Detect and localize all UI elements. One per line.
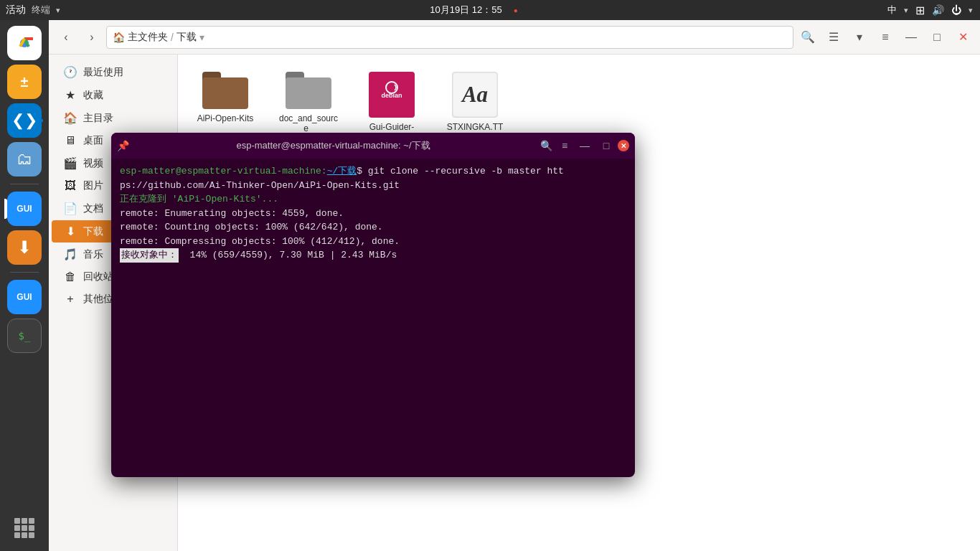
breadcrumb-chevron[interactable]: ▾ [199, 32, 204, 43]
sidebar-label-desktop: 桌面 [83, 134, 103, 147]
power-chevron[interactable]: ▾ [969, 6, 973, 15]
home-icon: 🏠 [63, 111, 77, 125]
activities-label[interactable]: 活动 [6, 4, 26, 17]
recent-icon: 🕐 [63, 65, 77, 79]
breadcrumb-sep: / [171, 32, 174, 43]
topbar-center: 10月19日 12：55 ● [430, 4, 518, 17]
power-icon[interactable]: ⏻ [951, 4, 961, 16]
other-icon: + [63, 293, 77, 306]
downloads-icon: ⬇ [63, 225, 77, 238]
term-wm-left: 📌 [117, 140, 129, 151]
trash-icon: 🗑 [63, 270, 77, 283]
fm-search-button[interactable]: 🔍 [796, 26, 819, 49]
topbar: 活动 终端 ▾ 10月19日 12：55 ● 中 ▾ ⊞ 🔊 ⏻ ▾ [0, 0, 980, 20]
terminal-path: ~/下载 [327, 166, 357, 176]
sidebar-label-music: 音乐 [83, 248, 103, 261]
terminal-recv-progress: 14% (659/4559), 7.30 MiB | 2.43 MiB/s [179, 250, 397, 260]
favorites-icon: ★ [63, 88, 77, 102]
topbar-right: 中 ▾ ⊞ 🔊 ⏻ ▾ [887, 4, 980, 17]
taskbar: ± ❮❯ 🗂 GUI ⬇ GUI $_ [0, 20, 49, 551]
taskbar-gui1[interactable]: GUI [7, 192, 42, 226]
folder-icon-doc [286, 72, 331, 109]
terminal-cmd-cont: ps://github.com/Ai-Thinker-Open/AiPi-Ope… [120, 180, 400, 191]
topbar-left: 活动 终端 ▾ [0, 4, 60, 17]
sidebar-item-favorites[interactable]: ★ 收藏 [52, 84, 174, 106]
breadcrumb-home[interactable]: 🏠 [113, 32, 125, 43]
fm-menu-button[interactable]: ≡ [874, 26, 897, 49]
deb-icon-guiguider: debian [369, 72, 415, 118]
documents-icon: 📄 [63, 202, 77, 215]
taskbar-separator-2 [10, 272, 39, 273]
terminal-close-button[interactable]: ✕ [618, 140, 629, 151]
terminal-cmd: $ git clone --recursive -b master htt [357, 166, 564, 176]
sidebar-item-recent[interactable]: 🕐 最近使用 [52, 61, 174, 83]
file-label-aipiopenkits: AiPi-Open-Kits [197, 113, 254, 123]
taskbar-separator-1 [10, 184, 39, 184]
terminal-cloning-text: 正在克隆到 'AiPi-Open-Kits'... [120, 194, 278, 204]
taskbar-apps-grid[interactable] [7, 511, 42, 545]
fm-minimize-button[interactable]: — [900, 26, 923, 49]
terminal-body[interactable]: esp-matter@espmatter-virtual-machine:~/下… [111, 159, 635, 477]
terminal-line-cloning: 正在克隆到 'AiPi-Open-Kits'... [120, 192, 626, 207]
terminal-titlebar: 📌 esp-matter@espmatter-virtual-machine: … [111, 133, 635, 159]
fm-view-list-button[interactable]: ☰ [822, 26, 845, 49]
sidebar-label-pictures: 图片 [83, 179, 103, 192]
folder-icon-aipiopenkits [202, 72, 248, 109]
input-method-label[interactable]: 中 [887, 4, 897, 17]
terminal-prompt: esp-matter@espmatter-virtual-machine: [120, 166, 327, 176]
terminal-pin-icon[interactable]: 📌 [117, 140, 129, 151]
taskbar-chrome[interactable] [7, 26, 42, 60]
input-method-chevron[interactable]: ▾ [904, 6, 908, 15]
terminal-remote-2: remote: Counting objects: 100% (642/642)… [120, 222, 383, 232]
sidebar-label-favorites: 收藏 [83, 89, 103, 102]
terminal-line-recv: 接收对象中： 14% (659/4559), 7.30 MiB | 2.43 M… [120, 248, 626, 263]
videos-icon: 🎬 [63, 156, 77, 170]
taskbar-files[interactable]: 🗂 [7, 142, 42, 176]
terminal-remote-1: remote: Enumerating objects: 4559, done. [120, 208, 344, 219]
terminal-maximize-button[interactable]: □ [596, 136, 616, 156]
taskbar-download[interactable]: ⬇ [7, 230, 42, 265]
taskbar-terminal[interactable]: $_ [7, 319, 42, 353]
sidebar-label-trash: 回收站 [83, 270, 113, 283]
breadcrumb: 🏠 主文件夹 / 下载 ▾ [106, 26, 793, 49]
sidebar-label-videos: 视频 [83, 157, 103, 170]
term-wm-buttons: 🔍 ≡ — □ ✕ [537, 136, 629, 156]
sidebar-item-home[interactable]: 🏠 主目录 [52, 107, 174, 129]
sidebar-label-documents: 文档 [83, 202, 103, 215]
terminal-menu-icon[interactable]: ≡ [556, 137, 573, 154]
terminal-minimize-button[interactable]: — [575, 136, 595, 156]
fm-close-button[interactable]: ✕ [951, 26, 974, 49]
breadcrumb-downloads-label[interactable]: 下载 [176, 31, 197, 44]
terminal-label[interactable]: 终端 [32, 4, 50, 17]
terminal-chevron[interactable]: ▾ [56, 6, 60, 15]
recording-dot: ● [514, 6, 518, 14]
sidebar-label-downloads: 下载 [83, 225, 103, 238]
desktop-icon: 🖥 [63, 134, 77, 147]
fm-view-chevron-button[interactable]: ▾ [848, 26, 871, 49]
fm-back-button[interactable]: ‹ [55, 26, 77, 49]
svg-text:Aa: Aa [461, 82, 488, 107]
fm-forward-button[interactable]: › [80, 26, 103, 49]
sidebar-label-recent: 最近使用 [83, 66, 123, 79]
volume-icon[interactable]: 🔊 [932, 4, 944, 16]
pictures-icon: 🖼 [63, 179, 77, 192]
fm-toolbar: ‹ › 🏠 主文件夹 / 下载 ▾ 🔍 ☰ ▾ ≡ — □ ✕ [49, 20, 980, 55]
sidebar-label-home: 主目录 [83, 112, 113, 125]
file-label-doc: doc_and_source_ [278, 113, 339, 133]
terminal-line-1b: ps://github.com/Ai-Thinker-Open/AiPi-Ope… [120, 179, 626, 193]
datetime-label: 10月19日 12：55 [430, 4, 501, 17]
fm-maximize-button[interactable]: □ [925, 26, 948, 49]
taskbar-vscode[interactable]: ❮❯ [7, 103, 42, 138]
terminal-line-enum: remote: Enumerating objects: 4559, done. [120, 207, 626, 221]
font-icon-stxingka: Aa [452, 72, 498, 118]
terminal-recv-box: 接收对象中： [120, 248, 179, 263]
breadcrumb-home-label[interactable]: 主文件夹 [128, 31, 168, 44]
network-icon[interactable]: ⊞ [915, 4, 925, 17]
terminal-title: esp-matter@espmatter-virtual-machine: ~/… [129, 139, 537, 152]
terminal-window: 📌 esp-matter@espmatter-virtual-machine: … [111, 133, 635, 477]
terminal-search-icon[interactable]: 🔍 [537, 137, 555, 154]
terminal-remote-3: remote: Compressing objects: 100% (412/4… [120, 236, 400, 247]
taskbar-gui2[interactable]: GUI [7, 280, 42, 314]
taskbar-calculator[interactable]: ± [7, 65, 42, 99]
music-icon: 🎵 [63, 248, 77, 261]
